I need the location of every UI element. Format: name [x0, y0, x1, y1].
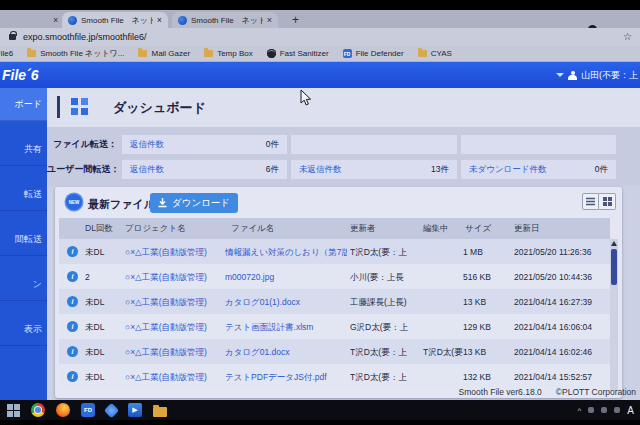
sidebar-item-file-transfer[interactable]: 転送 [0, 178, 47, 211]
new-tab-button[interactable]: + [292, 13, 299, 27]
tab-smoothfile-1[interactable]: Smooth File ネットワーク分離モデ × [62, 12, 168, 28]
ime-indicator[interactable]: A [627, 405, 634, 416]
url-text[interactable]: expo.smoothfile.jp/smoothfile6/ [23, 32, 147, 42]
project-link[interactable]: ○×△工業(自動版管理) [125, 247, 221, 259]
table-row[interactable]: i 未DL ○×△工業(自動版管理) テスト画面設計書.xlsm G沢D太(要：… [59, 314, 610, 339]
download-icon [158, 198, 167, 208]
file-link[interactable]: カタログ01.docx [225, 347, 347, 359]
page-header: ダッシュボード [47, 88, 640, 127]
table-scrollbar[interactable] [610, 239, 618, 391]
bookmark-mail-gazer[interactable]: Mail Gazer [138, 49, 190, 58]
sidebar-item-6[interactable]: 表示 [0, 313, 47, 346]
table-header: DL回数 プロジェクト名 ファイル名 更新者 編集中 サイズ 更新日 [59, 218, 610, 239]
tab-title: Smooth File ネットワーク分離モデ [81, 15, 153, 26]
folder-icon [418, 50, 427, 57]
bookmark-smoothfile6[interactable]: Smooth File6 [0, 49, 13, 58]
bookmark-file-defender[interactable]: FDFile Defender [343, 49, 404, 58]
address-bar[interactable]: expo.smoothfile.jp/smoothfile6/ ☆ [0, 28, 640, 46]
tab-smoothfile-2[interactable]: Smooth File ネットワーク分離モデ × [172, 12, 278, 28]
chrome-icon[interactable] [31, 403, 45, 417]
tray-expand-icon[interactable]: ^ [578, 406, 582, 415]
user-menu[interactable]: 山田(不要：上 [556, 62, 638, 88]
scrollbar-thumb[interactable] [611, 249, 617, 285]
stat-cell-empty [461, 135, 616, 154]
table-row[interactable]: i 2 ○×△工業(自動版管理) m000720.jpg 小川(要：上長 516… [59, 264, 610, 289]
partial-tab-close-icon[interactable]: × [53, 16, 58, 25]
sidebar-nav: ボード 共有 転送 間転送 ン 表示 [0, 88, 47, 400]
user-transfer-stats-row: ユーザー間転送： 返信件数 6件 未返信件数 13件 未ダウンロード件数 0件 [47, 160, 640, 179]
info-icon[interactable]: i [67, 271, 78, 282]
file-link[interactable]: カタログ01(1).docx [225, 297, 347, 309]
file-defender-icon: FD [343, 49, 352, 58]
stat-cell-unreplied: 未返信件数 13件 [291, 160, 457, 179]
info-icon[interactable]: i [67, 246, 78, 257]
grid-view-button[interactable] [599, 193, 616, 210]
divider [57, 96, 60, 118]
bookmark-temp-box[interactable]: Temp Box [204, 49, 253, 58]
sidebar-item-5[interactable]: ン [0, 268, 47, 301]
app-pinwheel-icon[interactable] [104, 403, 120, 419]
file-link[interactable]: テストPDFデータJS付.pdf [225, 372, 347, 384]
view-toggle-group [582, 193, 616, 210]
file-link[interactable]: 情報漏えい対策のしおり（第7版）.pdf [225, 247, 347, 259]
file-explorer-icon[interactable] [153, 407, 167, 417]
sidebar-item-user-transfer[interactable]: 間転送 [0, 223, 47, 256]
file-link[interactable]: テスト画面設計書.xlsm [225, 322, 347, 334]
app-header: File´6 山田(不要：上 [0, 62, 640, 88]
bookmark-fast-sanitizer[interactable]: Fast Sanitizer [267, 49, 329, 58]
info-icon[interactable]: i [67, 321, 78, 332]
grid-view-icon [603, 197, 612, 206]
table-row[interactable]: i 未DL ○×△工業(自動版管理) カタログ01(1).docx 工藤課長(上… [59, 289, 610, 314]
file-link[interactable]: m000720.jpg [225, 272, 347, 282]
sidebar-item-dashboard[interactable]: ボード [0, 88, 47, 121]
folder-icon [27, 50, 36, 57]
file-transfer-stats-row: ファイル転送： 返信件数 0件 [47, 135, 640, 154]
taskbar: FD ▶ ^ A [0, 400, 640, 420]
table-row[interactable]: i 未DL ○×△工業(自動版管理) テストPDFデータJS付.pdf T沢D太… [59, 364, 610, 389]
project-link[interactable]: ○×△工業(自動版管理) [125, 272, 221, 284]
tray-icon[interactable] [614, 407, 620, 413]
file-defender-taskbar-icon[interactable]: FD [81, 403, 95, 417]
scroll-up-icon[interactable] [611, 241, 617, 246]
stat-cell-undownloaded: 未ダウンロード件数 0件 [461, 160, 616, 179]
bookmarks-bar: Smooth File6 Smooth File ネットワ... Mail Ga… [0, 46, 640, 62]
stat-cell-empty [291, 135, 457, 154]
stat-cell-replies: 返信件数 6件 [122, 160, 287, 179]
project-link[interactable]: ○×△工業(自動版管理) [125, 347, 221, 359]
page-title: ダッシュボード [113, 99, 206, 117]
folder-icon [204, 50, 213, 57]
smoothfile-favicon [178, 16, 187, 25]
list-view-icon [586, 197, 595, 206]
globe-icon [267, 49, 276, 58]
latest-files-card: NEW 最新ファイル一覧 ダウンロード DL回数 プロジェクト名 ファイル名 更… [55, 187, 622, 398]
table-row[interactable]: i 未DL ○×△工業(自動版管理) カタログ01.docx T沢D太(要：上 … [59, 339, 610, 364]
firefox-icon[interactable] [56, 403, 70, 417]
browser-tab-bar: × Smooth File ネットワーク分離モデ × Smooth File ネ… [0, 10, 640, 28]
start-button[interactable] [7, 404, 20, 417]
info-icon[interactable]: i [67, 296, 78, 307]
table-row[interactable]: i 未DL ○×△工業(自動版管理) 情報漏えい対策のしおり（第7版）.pdf … [59, 239, 610, 264]
project-link[interactable]: ○×△工業(自動版管理) [125, 372, 221, 384]
bookmark-cyas[interactable]: CYAS [418, 49, 452, 58]
copyright-text: ©PLOTT Corporation [556, 387, 636, 397]
bookmark-smoothfile-net[interactable]: Smooth File ネットワ... [27, 48, 124, 59]
sidebar-item-file-share[interactable]: 共有 [0, 133, 47, 166]
project-link[interactable]: ○×△工業(自動版管理) [125, 322, 221, 334]
media-player-icon[interactable]: ▶ [128, 403, 142, 417]
info-icon[interactable]: i [67, 371, 78, 382]
chevron-down-icon [556, 73, 564, 77]
info-icon[interactable]: i [67, 346, 78, 357]
list-view-button[interactable] [582, 193, 599, 210]
app-logo: File´6 [2, 67, 39, 83]
bookmark-star-icon[interactable]: ☆ [623, 31, 632, 42]
tab-close-icon[interactable]: × [267, 16, 272, 25]
project-link[interactable]: ○×△工業(自動版管理) [125, 297, 221, 309]
tray-icon[interactable] [588, 407, 594, 413]
download-button[interactable]: ダウンロード [150, 193, 238, 213]
version-text: Smooth File ver6.18.0 [459, 387, 542, 397]
tray-icon[interactable] [601, 407, 607, 413]
tab-close-icon[interactable]: × [157, 16, 162, 25]
lock-icon [9, 34, 16, 40]
system-tray: ^ A [578, 400, 634, 420]
smoothfile-favicon [68, 16, 77, 25]
